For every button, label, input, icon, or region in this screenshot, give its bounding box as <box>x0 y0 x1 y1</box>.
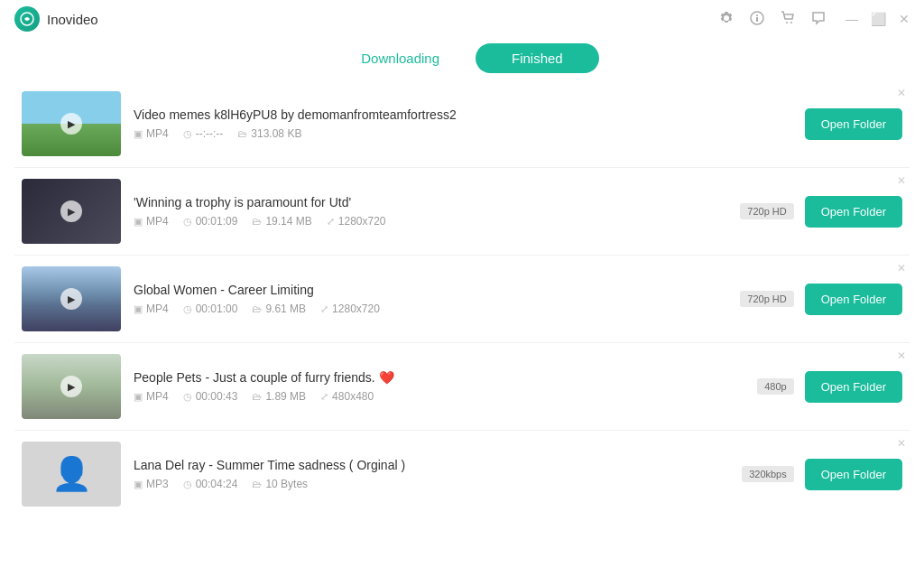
clock-icon: ◷ <box>183 479 192 490</box>
svg-point-5 <box>790 22 792 23</box>
remove-item-button[interactable]: ✕ <box>897 350 906 361</box>
size-meta: 🗁 9.61 MB <box>252 302 306 315</box>
list-item: ▶ 'Winning a trophy is paramount for Utd… <box>14 168 910 256</box>
open-folder-button[interactable]: Open Folder <box>805 108 902 140</box>
item-actions: Open Folder <box>805 108 902 140</box>
minimize-button[interactable]: — <box>845 13 858 25</box>
remove-item-button[interactable]: ✕ <box>897 438 906 449</box>
item-thumbnail: ▶ <box>22 266 121 331</box>
close-button[interactable]: ✕ <box>899 13 910 25</box>
resize-icon: ⤢ <box>327 216 335 228</box>
audio-icon: ▣ <box>134 479 143 490</box>
item-title: Global Women - Career Limiting <box>134 283 727 297</box>
item-actions: 320kbps Open Folder <box>742 459 902 490</box>
app-title: Inovideo <box>47 12 98 27</box>
duration-meta: ◷ 00:01:09 <box>183 215 238 228</box>
film-icon: ▣ <box>134 391 143 403</box>
folder-icon: 🗁 <box>252 303 262 314</box>
item-info: 'Winning a trophy is paramount for Utd' … <box>134 195 727 228</box>
resize-icon: ⤢ <box>320 303 328 315</box>
clock-icon: ◷ <box>183 391 192 403</box>
list-item: ▶ Global Women - Career Limiting ▣ MP4 ◷… <box>14 256 910 343</box>
item-info: People Pets - Just a couple of furry fri… <box>134 370 744 403</box>
cart-icon[interactable] <box>781 11 795 28</box>
open-folder-button[interactable]: Open Folder <box>805 196 902 228</box>
item-title: Lana Del ray - Summer Time sadness ( Org… <box>134 458 729 472</box>
duration-meta: ◷ 00:00:43 <box>183 390 238 403</box>
chat-icon[interactable] <box>811 11 826 28</box>
quality-badge: 480p <box>757 378 793 395</box>
resolution-meta: ⤢ 480x480 <box>320 390 374 403</box>
tab-downloading[interactable]: Downloading <box>325 43 476 73</box>
tab-bar: Downloading Finished <box>0 38 924 73</box>
format-meta: ▣ MP4 <box>134 390 169 403</box>
item-title: 'Winning a trophy is paramount for Utd' <box>134 195 727 209</box>
remove-item-button[interactable]: ✕ <box>897 88 906 98</box>
format-meta: ▣ MP3 <box>134 478 169 490</box>
format-meta: ▣ MP4 <box>134 302 169 315</box>
window-controls: — ⬜ ✕ <box>845 13 910 25</box>
item-thumbnail: 👤 <box>22 442 121 507</box>
item-meta: ▣ MP4 ◷ 00:01:00 🗁 9.61 MB ⤢ 1280x720 <box>134 302 727 315</box>
clock-icon: ◷ <box>183 303 192 315</box>
item-info: Global Women - Career Limiting ▣ MP4 ◷ 0… <box>134 283 727 315</box>
title-bar: Inovideo <box>0 0 924 38</box>
clock-icon: ◷ <box>183 216 192 228</box>
person-placeholder-icon: 👤 <box>51 455 92 493</box>
svg-rect-2 <box>756 17 758 22</box>
item-actions: 720p HD Open Folder <box>740 284 902 315</box>
info-icon[interactable] <box>750 11 764 28</box>
app-logo <box>14 6 40 32</box>
folder-icon: 🗁 <box>252 479 262 489</box>
size-meta: 🗁 19.14 MB <box>252 215 311 228</box>
item-info: Lana Del ray - Summer Time sadness ( Org… <box>134 458 729 490</box>
film-icon: ▣ <box>134 128 143 140</box>
list-item: 👤 Lana Del ray - Summer Time sadness ( O… <box>14 431 910 517</box>
settings-icon[interactable] <box>719 11 734 28</box>
svg-point-4 <box>786 22 788 23</box>
format-meta: ▣ MP4 <box>134 127 169 140</box>
quality-badge: 320kbps <box>742 466 794 482</box>
item-meta: ▣ MP4 ◷ 00:00:43 🗁 1.89 MB ⤢ 480x480 <box>134 390 744 403</box>
clock-icon: ◷ <box>183 128 192 140</box>
item-title: Video memes k8lH6yPU8 by demomanfromteam… <box>134 107 792 122</box>
play-icon: ▶ <box>60 288 82 310</box>
resolution-meta: ⤢ 1280x720 <box>327 215 386 228</box>
play-icon: ▶ <box>60 200 82 222</box>
open-folder-button[interactable]: Open Folder <box>805 284 902 315</box>
play-icon: ▶ <box>60 376 82 397</box>
open-folder-button[interactable]: Open Folder <box>805 371 902 403</box>
item-thumbnail: ▶ <box>22 354 121 419</box>
format-meta: ▣ MP4 <box>134 215 169 228</box>
item-meta: ▣ MP4 ◷ 00:01:09 🗁 19.14 MB ⤢ 1280x720 <box>134 215 727 228</box>
size-meta: 🗁 10 Bytes <box>252 478 308 490</box>
quality-badge: 720p HD <box>740 203 793 219</box>
film-icon: ▣ <box>134 216 143 228</box>
item-meta: ▣ MP4 ◷ --:--:-- 🗁 313.08 KB <box>134 127 792 140</box>
play-icon: ▶ <box>60 113 82 135</box>
remove-item-button[interactable]: ✕ <box>897 263 906 274</box>
folder-icon: 🗁 <box>252 391 262 402</box>
list-item: ▶ People Pets - Just a couple of furry f… <box>14 343 910 431</box>
content-area: ▶ Video memes k8lH6yPU8 by demomanfromte… <box>0 73 924 565</box>
svg-point-3 <box>756 14 758 16</box>
item-actions: 480p Open Folder <box>757 371 902 403</box>
resize-icon: ⤢ <box>320 391 328 403</box>
folder-icon: 🗁 <box>237 128 247 139</box>
folder-icon: 🗁 <box>252 216 262 227</box>
duration-meta: ◷ 00:04:24 <box>183 478 238 490</box>
app-branding: Inovideo <box>14 6 98 32</box>
film-icon: ▣ <box>134 303 143 315</box>
remove-item-button[interactable]: ✕ <box>897 175 906 186</box>
duration-meta: ◷ --:--:-- <box>183 127 224 140</box>
tab-finished[interactable]: Finished <box>476 43 599 73</box>
maximize-button[interactable]: ⬜ <box>871 13 886 25</box>
item-thumbnail: ▶ <box>22 91 121 156</box>
item-title: People Pets - Just a couple of furry fri… <box>134 370 744 385</box>
item-thumbnail: ▶ <box>22 179 121 244</box>
quality-badge: 720p HD <box>740 291 793 307</box>
item-info: Video memes k8lH6yPU8 by demomanfromteam… <box>134 107 792 140</box>
item-meta: ▣ MP3 ◷ 00:04:24 🗁 10 Bytes <box>134 478 729 490</box>
open-folder-button[interactable]: Open Folder <box>805 459 902 490</box>
size-meta: 🗁 1.89 MB <box>252 390 306 403</box>
